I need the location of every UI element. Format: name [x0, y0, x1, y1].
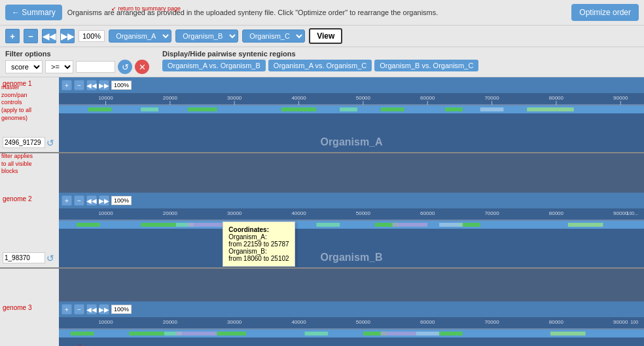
filter-synteny-row: Filter options score >=<== ↺ ✕ Display/H…	[0, 47, 644, 77]
filter-label: Filter options	[5, 50, 149, 58]
filter-apply-button[interactable]: ↺	[118, 60, 132, 74]
organism-b-select[interactable]: Organism_BOrganism_AOrganism_C	[175, 29, 238, 43]
organism-c-select[interactable]: Organism_COrganism_AOrganism_B	[242, 29, 305, 43]
g2-zoom-pct: 100%	[111, 196, 132, 205]
filter-value-input[interactable]	[76, 61, 115, 73]
genome-1-range-input[interactable]	[3, 137, 45, 148]
genome-2-input-area: ↺	[3, 252, 56, 266]
svg-text:30000: 30000	[227, 95, 242, 101]
svg-text:30000: 30000	[227, 210, 242, 216]
svg-rect-91	[550, 332, 586, 336]
synteny-1-2-svg	[59, 153, 644, 193]
zoom-in-button[interactable]: +	[5, 29, 20, 43]
svg-text:40000: 40000	[291, 95, 306, 101]
view-button[interactable]: View	[309, 28, 342, 44]
svg-text:100: 100	[630, 320, 638, 324]
genome-2-reset-btn[interactable]: ↺	[46, 253, 54, 263]
svg-text:60000: 60000	[420, 210, 435, 216]
svg-rect-57	[568, 223, 603, 227]
svg-text:70000: 70000	[484, 210, 499, 216]
organism-a-select[interactable]: Organism_AOrganism_BOrganism_C	[109, 29, 171, 43]
genome-3-label: genome 3	[3, 303, 56, 311]
genome-3-track[interactable]: 10000 20000 30000 40000 50000 60000 7000…	[59, 317, 644, 346]
filter-annotation: filter appliesto all visibleblocks	[1, 153, 33, 176]
svg-text:20000: 20000	[163, 319, 178, 325]
svg-rect-93	[304, 332, 328, 336]
svg-text:80000: 80000	[549, 210, 564, 216]
svg-text:80000: 80000	[549, 95, 564, 101]
svg-rect-62	[393, 223, 428, 227]
zoom-out-button[interactable]: −	[24, 29, 38, 43]
g2-zoom-out[interactable]: −	[74, 195, 84, 206]
svg-rect-96	[381, 332, 416, 336]
genome-2-svg: 10000 20000 30000 40000 50000 60000 7000…	[59, 208, 644, 267]
svg-text:60000: 60000	[420, 319, 435, 325]
genome-2-range-input[interactable]	[3, 252, 45, 263]
filter-controls: score >=<== ↺ ✕	[5, 60, 149, 74]
genome-1-track[interactable]: 10000 20000 30000 40000 50000 60000 7000…	[59, 93, 644, 152]
synteny-ab-button[interactable]: Organism_A vs. Organism_B	[162, 60, 266, 71]
svg-rect-24	[445, 107, 463, 111]
genome-1-svg: 10000 20000 30000 40000 50000 60000 7000…	[59, 93, 644, 152]
svg-rect-94	[416, 332, 439, 336]
svg-rect-59	[316, 223, 340, 227]
svg-rect-20	[88, 107, 112, 111]
genome-2-panel: + − ◀◀ ▶▶ 100% 10000 20000 30000 40000 5…	[59, 193, 644, 267]
svg-rect-53	[141, 223, 176, 227]
g2-zoom-in[interactable]: +	[62, 195, 72, 206]
pan-left-button[interactable]: ◀◀	[42, 29, 56, 43]
g3-zoom-out[interactable]: −	[74, 304, 84, 315]
svg-rect-87	[129, 332, 164, 336]
filter-op-select[interactable]: >=<==	[45, 60, 73, 73]
svg-text:100...: 100...	[627, 211, 639, 216]
genome-1-panel: + − ◀◀ ▶▶ 100% 10000 20000	[59, 77, 644, 152]
g2-pan-right[interactable]: ▶▶	[99, 195, 109, 206]
svg-rect-25	[527, 107, 574, 111]
svg-text:60000: 60000	[420, 95, 435, 101]
genome-2-track[interactable]: 10000 20000 30000 40000 50000 60000 7000…	[59, 208, 644, 267]
summary-button[interactable]: ← Summary	[5, 5, 62, 20]
svg-text:50000: 50000	[356, 210, 371, 216]
svg-rect-23	[381, 107, 404, 111]
g1-zoom-out[interactable]: −	[74, 80, 84, 90]
synteny-2-3-svg	[59, 269, 644, 301]
info-text: Organisms are arranged as provided in th…	[67, 9, 567, 16]
svg-text:30000: 30000	[227, 319, 242, 325]
synteny-ac-button[interactable]: Organism_A vs. Organism_C	[268, 60, 372, 71]
zoom-pan-annotation: masterzoom/pancontrols(apply to allgenom…	[1, 84, 31, 122]
svg-rect-90	[439, 332, 463, 336]
g1-zoom-in[interactable]: +	[62, 80, 72, 90]
g1-pan-left[interactable]: ◀◀	[86, 80, 97, 90]
svg-text:70000: 70000	[484, 319, 499, 325]
genome-1-reset-btn[interactable]: ↺	[46, 138, 54, 148]
svg-text:40000: 40000	[291, 210, 306, 216]
g3-pan-right[interactable]: ▶▶	[99, 304, 109, 315]
g1-pan-right[interactable]: ▶▶	[99, 80, 109, 90]
genome-2-header: + − ◀◀ ▶▶ 100%	[59, 193, 644, 208]
filter-field-select[interactable]: score	[5, 60, 43, 73]
svg-rect-26	[141, 107, 158, 111]
optimize-button[interactable]: Optimize order	[571, 4, 639, 21]
filter-clear-button[interactable]: ✕	[135, 60, 149, 74]
svg-rect-21	[188, 107, 217, 111]
svg-text:40000: 40000	[291, 319, 306, 325]
synteny-1-2	[59, 153, 644, 193]
tooltip-range-b: from 18060 to 25102	[228, 255, 289, 262]
svg-rect-52	[77, 223, 100, 227]
genome-3-header: + − ◀◀ ▶▶ 100%	[59, 301, 644, 317]
g3-pan-left[interactable]: ◀◀	[86, 304, 97, 315]
genome-1-input-area: ↺	[3, 137, 56, 151]
synteny-label: Display/Hide pairwise syntenic regions	[162, 50, 478, 58]
g3-zoom-in[interactable]: +	[62, 304, 72, 315]
svg-text:10000: 10000	[98, 319, 113, 325]
synteny-2-3	[59, 269, 644, 301]
genome-1-header: + − ◀◀ ▶▶ 100%	[59, 77, 644, 93]
genome-3-row: genome 3 ↺ + − ◀◀ ▶▶ 100% 10000 20000	[0, 301, 644, 346]
zoom-percent: 100%	[79, 30, 105, 42]
svg-rect-28	[480, 107, 504, 111]
g2-pan-left[interactable]: ◀◀	[86, 195, 97, 206]
genome-2-left: genome 2 ↺	[0, 193, 59, 267]
synteny-bc-button[interactable]: Organism_B vs. Organism_C	[374, 60, 478, 71]
pan-right-button[interactable]: ▶▶	[60, 29, 75, 43]
svg-text:50000: 50000	[356, 95, 371, 101]
